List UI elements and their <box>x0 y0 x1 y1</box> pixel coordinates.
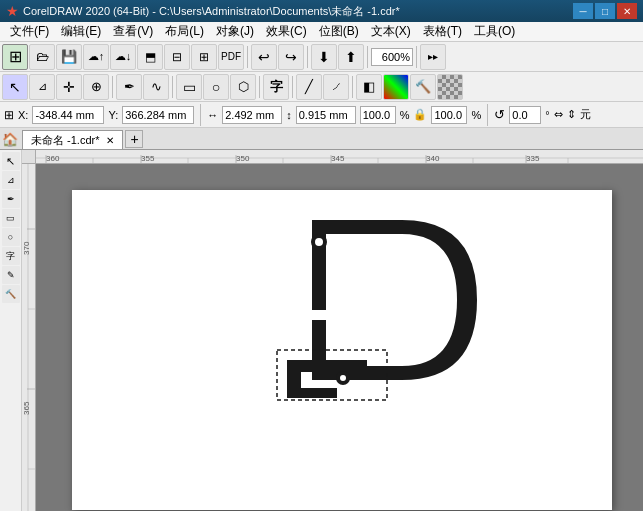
drawing-canvas <box>72 190 612 510</box>
x-input[interactable] <box>32 106 104 124</box>
shape-tool[interactable]: ⊿ <box>29 74 55 100</box>
open-button[interactable]: 🗁 <box>29 44 55 70</box>
line-tool[interactable]: ╱ <box>296 74 322 100</box>
bezier-tool[interactable]: ∿ <box>143 74 169 100</box>
menu-file[interactable]: 文件(F) <box>4 22 55 42</box>
menu-view[interactable]: 查看(V) <box>107 22 159 42</box>
ltb-7[interactable]: ✎ <box>2 266 20 284</box>
ruler-left: 370 365 <box>22 164 36 511</box>
sep11 <box>487 104 488 126</box>
sep2 <box>307 46 308 68</box>
menu-text[interactable]: 文本(X) <box>365 22 417 42</box>
svg-text:340: 340 <box>426 154 440 163</box>
ltb-5[interactable]: ○ <box>2 228 20 246</box>
left-toolbar: ↖ ⊿ ✒ ▭ ○ 字 ✎ 🔨 <box>0 150 22 511</box>
y-input[interactable] <box>122 106 194 124</box>
zoom-tool[interactable]: ⊕ <box>83 74 109 100</box>
svg-point-30 <box>315 238 323 246</box>
connector-tool[interactable]: ⟋ <box>323 74 349 100</box>
down-button[interactable]: ⬇ <box>311 44 337 70</box>
undo-button[interactable]: ↩ <box>251 44 277 70</box>
export3-button[interactable]: PDF <box>218 44 244 70</box>
page <box>72 190 612 510</box>
sep10 <box>200 104 201 126</box>
fill-tool[interactable] <box>383 74 409 100</box>
menu-object[interactable]: 对象(J) <box>210 22 260 42</box>
cloud2-button[interactable]: ☁↓ <box>110 44 136 70</box>
svg-rect-28 <box>312 220 326 310</box>
canvas-area[interactable]: 360 355 350 345 340 335 <box>22 150 643 511</box>
menu-tools[interactable]: 工具(O) <box>468 22 521 42</box>
menu-effects[interactable]: 效果(C) <box>260 22 313 42</box>
menu-table[interactable]: 表格(T) <box>417 22 468 42</box>
close-button[interactable]: ✕ <box>617 3 637 19</box>
maximize-button[interactable]: □ <box>595 3 615 19</box>
obj-size-icon: ⊞ <box>4 108 14 122</box>
sep6 <box>172 76 173 98</box>
sep3 <box>367 46 368 68</box>
h-input[interactable] <box>296 106 356 124</box>
zoom-input[interactable]: 600% <box>371 48 413 66</box>
cloud1-button[interactable]: ☁↑ <box>83 44 109 70</box>
app-icon: ★ <box>6 3 19 19</box>
sep9 <box>352 76 353 98</box>
sep8 <box>292 76 293 98</box>
document-tab[interactable]: 未命名 -1.cdr* ✕ <box>22 130 123 149</box>
rect-tool[interactable]: ▭ <box>176 74 202 100</box>
ltb-1[interactable]: ↖ <box>2 152 20 170</box>
select-tool[interactable]: ↖ <box>2 74 28 100</box>
freehand-tool[interactable]: ✛ <box>56 74 82 100</box>
up-button[interactable]: ⬆ <box>338 44 364 70</box>
ltb-2[interactable]: ⊿ <box>2 171 20 189</box>
svg-rect-37 <box>287 388 337 398</box>
w-input[interactable] <box>222 106 282 124</box>
toolbar2: ↖ ⊿ ✛ ⊕ ✒ ∿ ▭ ○ ⬡ 字 ╱ ⟋ ◧ 🔨 <box>0 72 643 102</box>
menu-bitmap[interactable]: 位图(B) <box>313 22 365 42</box>
titlebar-left: ★ CorelDRAW 2020 (64-Bit) - C:\Users\Adm… <box>6 3 400 19</box>
ltb-3[interactable]: ✒ <box>2 190 20 208</box>
ltb-6[interactable]: 字 <box>2 247 20 265</box>
angle-input[interactable] <box>509 106 541 124</box>
tabbar: 🏠 未命名 -1.cdr* ✕ + <box>0 128 643 150</box>
tab-close-icon[interactable]: ✕ <box>106 135 114 146</box>
svg-text:345: 345 <box>331 154 345 163</box>
checkerboard-tool[interactable] <box>437 74 463 100</box>
scale-h-input[interactable] <box>431 106 467 124</box>
propbar: ⊞ X: Y: ↔ ↕ % 🔒 % ↺ ° ⇔ ⇕ 元 <box>0 102 643 128</box>
toolbar1: ⊞ 🗁 💾 ☁↑ ☁↓ ⬒ ⊟ ⊞ PDF ↩ ↪ ⬇ ⬆ 600% ▸▸ <box>0 42 643 72</box>
ruler-top: 360 355 350 345 340 335 <box>36 150 643 164</box>
new-button[interactable]: ⊞ <box>2 44 28 70</box>
svg-text:370: 370 <box>22 241 31 255</box>
rotate-icon: ↺ <box>494 107 505 122</box>
import-button[interactable]: ⬒ <box>137 44 163 70</box>
redo-button[interactable]: ↪ <box>278 44 304 70</box>
polygon-tool[interactable]: ⬡ <box>230 74 256 100</box>
more-button[interactable]: ▸▸ <box>420 44 446 70</box>
svg-point-35 <box>340 375 346 381</box>
svg-text:360: 360 <box>46 154 60 163</box>
titlebar: ★ CorelDRAW 2020 (64-Bit) - C:\Users\Adm… <box>0 0 643 22</box>
w-label: ↔ <box>207 109 218 121</box>
text-tool[interactable]: 字 <box>263 74 289 100</box>
shadow-tool[interactable]: ◧ <box>356 74 382 100</box>
lock-icon: 🔒 <box>413 108 427 121</box>
percent2-label: % <box>471 109 481 121</box>
export2-button[interactable]: ⊞ <box>191 44 217 70</box>
menubar: 文件(F) 编辑(E) 查看(V) 布局(L) 对象(J) 效果(C) 位图(B… <box>0 22 643 42</box>
ltb-8[interactable]: 🔨 <box>2 285 20 303</box>
mirror-v-icon: ⇕ <box>567 108 576 121</box>
save-button[interactable]: 💾 <box>56 44 82 70</box>
pen-tool[interactable]: ✒ <box>116 74 142 100</box>
menu-edit[interactable]: 编辑(E) <box>55 22 107 42</box>
eyedrop-tool[interactable]: 🔨 <box>410 74 436 100</box>
ellipse-tool[interactable]: ○ <box>203 74 229 100</box>
menu-layout[interactable]: 布局(L) <box>159 22 210 42</box>
titlebar-controls[interactable]: ─ □ ✕ <box>573 3 637 19</box>
mirror-h-icon: ⇔ <box>554 108 563 121</box>
x-label: X: <box>18 109 28 121</box>
scale-w-input[interactable] <box>360 106 396 124</box>
minimize-button[interactable]: ─ <box>573 3 593 19</box>
ltb-4[interactable]: ▭ <box>2 209 20 227</box>
add-tab-button[interactable]: + <box>125 130 143 148</box>
export1-button[interactable]: ⊟ <box>164 44 190 70</box>
